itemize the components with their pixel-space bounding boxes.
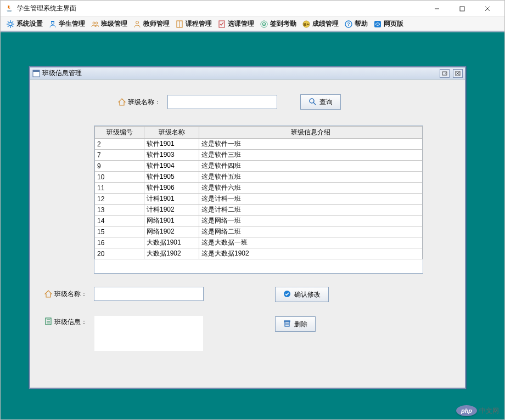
delete-button[interactable]: 删除 [275,316,316,332]
web-icon [373,20,382,29]
table-row[interactable]: 15网络1902这是网络二班 [95,226,423,237]
svg-rect-30 [33,70,40,72]
class-table[interactable]: 班级编号班级名称班级信息介绍2软件1901这是软件一班7软件1903这是软件三班… [94,126,423,259]
table-row[interactable]: 20大数据1902这是大数据1902 [95,248,423,259]
svg-line-11 [12,21,13,22]
table-row[interactable]: 11软件1906这是软件六班 [95,183,423,194]
table-cell: 软件1906 [144,183,199,194]
table-cell: 10 [95,172,144,183]
toolbar-item-label: 网页版 [384,19,403,29]
edit-name-input[interactable] [94,287,204,301]
table-cell: 这是软件四班 [199,161,423,172]
class-table-wrap: 班级编号班级名称班级信息介绍2软件1901这是软件一班7软件1903这是软件三班… [94,126,423,274]
table-cell: 这是网络一班 [199,215,423,226]
table-header[interactable]: 班级名称 [144,127,199,139]
main-window: 学生管理系统主界面 系统设置学生管理班级管理教师管理课程管理选课管理签到考勤B+… [0,0,505,420]
svg-point-16 [96,22,98,24]
target-icon [260,20,268,29]
table-cell: 网络1902 [144,226,199,237]
table-cell: 15 [95,226,144,237]
table-row[interactable]: 7软件1903这是软件三班 [95,150,423,161]
frame-icon [32,70,40,77]
svg-rect-14 [51,21,54,22]
internal-close-button[interactable] [453,69,463,78]
table-row[interactable]: 14网络1901这是网络一班 [95,215,423,226]
toolbar-item-4[interactable]: 课程管理 [173,18,214,30]
table-row[interactable]: 12计科1901这是计科一班 [95,194,423,205]
toolbar-item-7[interactable]: B+成绩管理 [300,18,341,30]
svg-line-12 [8,26,9,27]
table-cell: 这是软件一班 [199,139,423,150]
search-icon [308,98,316,107]
edit-info-textarea[interactable] [94,315,204,351]
toolbar-item-1[interactable]: 学生管理 [46,18,87,30]
confirm-edit-label: 确认修改 [294,290,321,299]
table-header[interactable]: 班级信息介绍 [199,127,423,139]
search-input[interactable] [167,95,277,109]
gear-icon [6,20,15,29]
table-cell: 这是软件三班 [199,150,423,161]
edit-name-row: 班级名称： 确认修改 [44,287,454,302]
main-toolbar: 系统设置学生管理班级管理教师管理课程管理选课管理签到考勤B+成绩管理?帮助网页版 [1,17,504,32]
table-row[interactable]: 10软件1905这是软件五班 [95,172,423,183]
internal-maximize-button[interactable] [440,69,450,78]
svg-text:?: ? [347,21,350,27]
toolbar-item-3[interactable]: 教师管理 [131,18,172,30]
confirm-edit-button[interactable]: 确认修改 [275,287,329,302]
table-cell: 2 [95,139,144,150]
svg-marker-38 [45,291,52,297]
svg-point-17 [136,21,139,24]
book-icon [175,20,184,29]
java-icon [5,4,14,13]
query-button[interactable]: 查询 [300,94,341,110]
toolbar-item-label: 系统设置 [16,19,43,29]
minimize-button[interactable] [424,1,450,16]
svg-text:B+: B+ [304,22,310,27]
svg-line-9 [8,21,9,22]
table-row[interactable]: 13计科1902这是计科二班 [95,205,423,215]
table-cell: 这是网络二班 [199,226,423,237]
table-cell: 20 [95,248,144,259]
svg-point-4 [9,22,12,26]
svg-marker-35 [119,99,125,105]
workspace: 班级信息管理 班级名称： [1,32,504,419]
toolbar-item-8[interactable]: ?帮助 [342,18,370,30]
edit-info-label: 班级信息： [54,317,87,327]
toolbar-item-5[interactable]: 选课管理 [215,18,256,30]
check-icon [283,290,291,299]
query-button-label: 查询 [319,98,333,107]
svg-point-23 [263,24,265,25]
toolbar-item-6[interactable]: 签到考勤 [257,18,299,30]
table-row[interactable]: 9软件1904这是软件四班 [95,161,423,172]
watermark: php 中文网 [456,405,499,416]
table-cell: 软件1905 [144,172,199,183]
table-cell: 16 [95,237,144,248]
table-cell: 网络1901 [144,215,199,226]
search-row: 班级名称： 查询 [118,94,454,110]
table-header[interactable]: 班级编号 [95,127,144,139]
grade-icon: B+ [302,20,311,29]
teacher-icon [133,20,142,29]
table-cell: 13 [95,205,144,215]
table-cell: 这是计科一班 [199,194,423,205]
toolbar-item-9[interactable]: 网页版 [371,18,406,30]
help-icon: ? [344,20,353,29]
close-button[interactable] [475,1,500,16]
student-icon [48,20,57,29]
toolbar-item-label: 签到考勤 [270,19,296,29]
toolbar-item-label: 成绩管理 [312,19,339,29]
table-row[interactable]: 16大数据1901这是大数据一班 [95,237,423,248]
maximize-button[interactable] [450,1,475,16]
toolbar-item-label: 选课管理 [228,19,254,29]
toolbar-item-0[interactable]: 系统设置 [4,18,45,30]
table-cell: 14 [95,215,144,226]
table-cell: 这是软件六班 [199,183,423,194]
svg-point-13 [52,21,54,24]
table-cell: 这是大数据1902 [199,248,423,259]
search-label: 班级名称： [128,98,161,107]
toolbar-item-2[interactable]: 班级管理 [88,18,130,30]
table-cell: 计科1901 [144,194,199,205]
delete-button-label: 删除 [294,320,307,329]
table-row[interactable]: 2软件1901这是软件一班 [95,139,423,150]
select-icon [217,20,226,29]
